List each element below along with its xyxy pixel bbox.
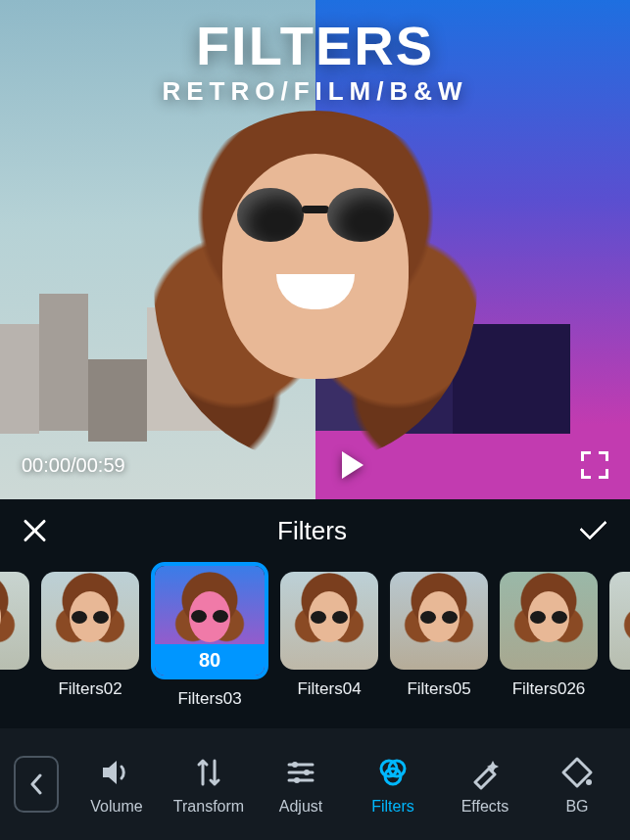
tool-label: BG <box>531 798 623 816</box>
filter-label: Filters04 <box>280 679 378 699</box>
tool-volume[interactable]: Volume <box>71 753 163 816</box>
filter-intensity[interactable]: 80 <box>155 644 265 676</box>
filter-label: 01 <box>0 679 29 699</box>
filter-thumb[interactable]: Fil <box>609 572 630 699</box>
svg-point-1 <box>304 770 310 775</box>
chevron-left-icon <box>29 773 43 795</box>
player-bar: 00:00/00:59 <box>0 431 630 499</box>
tool-label: De <box>623 798 630 816</box>
filter-thumb-selected[interactable]: 80 Filters03 <box>151 572 268 709</box>
filter-label: Filters03 <box>151 689 268 709</box>
fullscreen-icon[interactable] <box>581 451 608 479</box>
hero-title: FILTERS <box>0 14 630 77</box>
effects-icon <box>467 755 503 790</box>
tool-filters[interactable]: Filters <box>347 753 439 816</box>
confirm-icon[interactable] <box>577 519 608 542</box>
play-icon[interactable] <box>342 451 363 479</box>
adjust-icon <box>283 755 318 790</box>
bg-icon <box>559 755 595 790</box>
panel-title: Filters <box>47 516 577 546</box>
video-preview: FILTERS RETRO/FILM/B&W 00:00/00:59 <box>0 0 630 499</box>
filter-label: Filters02 <box>41 679 139 699</box>
close-icon[interactable] <box>22 518 47 543</box>
tool-transform[interactable]: Transform <box>163 753 255 816</box>
svg-point-2 <box>294 777 300 783</box>
filter-strip[interactable]: 01 Filters02 80 Filters03 Filters04 Filt… <box>0 562 630 728</box>
tool-effects[interactable]: Effects <box>439 753 531 816</box>
filter-thumb[interactable]: Filters05 <box>390 572 488 699</box>
filter-thumb[interactable]: 01 <box>0 572 29 699</box>
tool-bg[interactable]: BG <box>531 753 623 816</box>
filter-label: Filters026 <box>500 679 598 699</box>
back-button[interactable] <box>14 756 59 813</box>
hero-subtitle: RETRO/FILM/B&W <box>0 76 630 107</box>
filters-icon <box>375 755 411 790</box>
playback-time: 00:00/00:59 <box>22 454 125 477</box>
transform-icon <box>191 755 226 790</box>
tool-adjust[interactable]: Adjust <box>255 753 347 816</box>
filter-thumb[interactable]: Filters026 <box>500 572 598 699</box>
svg-point-6 <box>586 779 592 785</box>
filter-thumb[interactable]: Filters02 <box>41 572 139 699</box>
volume-icon <box>99 755 134 790</box>
filter-label: Fil <box>609 679 630 699</box>
bottom-toolbar: Volume Transform Adjust Filters Effects … <box>0 728 630 840</box>
filter-label: Filters05 <box>390 679 488 699</box>
tool-label: Filters <box>347 798 439 816</box>
tool-more[interactable]: De <box>623 753 630 816</box>
svg-point-0 <box>292 762 298 768</box>
tool-label: Volume <box>71 798 163 816</box>
panel-header: Filters <box>0 499 630 562</box>
tool-label: Adjust <box>255 798 347 816</box>
filter-thumb[interactable]: Filters04 <box>280 572 378 699</box>
tool-label: Transform <box>163 798 255 816</box>
tool-label: Effects <box>439 798 531 816</box>
